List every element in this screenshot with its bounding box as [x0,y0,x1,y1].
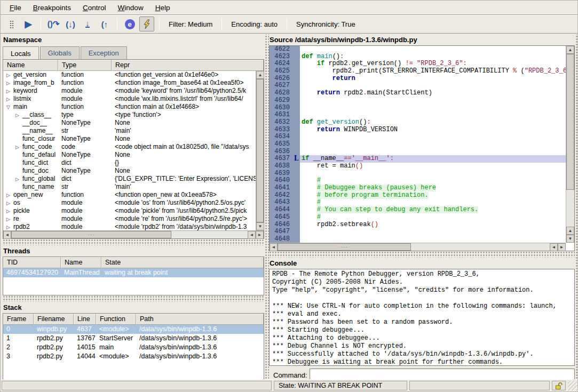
column-header-type[interactable]: Type [58,60,112,71]
scrollbar-thumb[interactable] [566,54,574,190]
column-header-filename[interactable]: Filename [34,314,74,325]
code-line[interactable]: 4636 [270,148,566,156]
expand-icon[interactable]: ▷ [15,143,22,151]
synchronicity-control[interactable]: Synchronicity: True [291,20,361,28]
scroll-right-icon[interactable]: ► [256,231,264,239]
source-view[interactable]: 46224623def main():4624 if rpdb2.get_ver… [269,45,575,251]
menu-item-file[interactable]: File [4,2,27,14]
code-line[interactable]: 4635 [270,141,566,148]
step-return-button[interactable]: ↓ [80,17,95,31]
scroll-left-icon[interactable]: ◄ [270,243,278,251]
scroll-left-icon[interactable]: ◄ [3,231,11,239]
table-row[interactable]: ▷image_from_bfunction<function image_fro… [3,79,256,87]
code-line[interactable]: 4630 [270,105,566,112]
filter-control[interactable]: Filter: Medium [163,20,218,28]
code-line[interactable]: 4646 rpdb2.setbreak() [270,221,566,229]
table-row[interactable]: ▷picklemodule<module 'pickle' from '/usr… [3,207,256,215]
code-line[interactable]: 4640 # [270,177,566,185]
tab-exception[interactable]: Exception [81,46,127,59]
scrollbar-track[interactable] [171,231,248,238]
namespace-horizontal-scrollbar[interactable]: ◄ ··· ◄ ► [3,230,264,238]
scroll-left-icon[interactable]: ◄ [248,231,256,239]
table-row[interactable]: func_dictdict{} [3,159,256,167]
scrollbar-track[interactable] [411,243,550,251]
code-line[interactable]: 4628 return rpdb2.main(StartClient) [270,90,566,97]
scroll-down-icon[interactable]: ▼ [566,235,574,243]
splitter-sash[interactable] [269,251,575,258]
scroll-right-icon[interactable]: ► [558,243,566,251]
vertical-splitter-sash[interactable] [264,34,269,379]
table-row[interactable]: 1rpdb2.py13767StartServer/data/sys/bin/w… [3,334,264,343]
table-row[interactable]: ▷keywordmodule<module 'keyword' from '/u… [3,87,256,95]
table-row[interactable]: __doc__NoneTypeNone [3,119,256,127]
expand-icon[interactable]: ▷ [6,207,13,215]
scrollbar-thumb[interactable]: ··· [11,231,171,238]
code-line[interactable]: 4625 rpdb2._print(STR_ERROR_INTERFACE_CO… [270,68,566,75]
scrollbar-thumb[interactable]: ··· [278,243,411,251]
table-row[interactable]: func_closurNoneTypeNone [3,135,256,143]
encoding-control[interactable]: Encoding: auto [226,20,283,28]
code-line[interactable]: 4645 # [270,214,566,221]
expand-icon[interactable]: ▷ [6,223,13,231]
code-line[interactable]: 4638 ret = main() [270,163,566,170]
column-header-state[interactable]: State [101,257,264,268]
break-button[interactable]: ⣿ [4,17,19,31]
scroll-down-icon[interactable]: ▼ [256,222,264,230]
code-line[interactable]: 4631 [270,111,566,119]
expand-icon[interactable]: ▷ [6,87,13,95]
column-header-function[interactable]: Function [96,314,136,325]
scroll-up-icon[interactable]: ▲ [256,71,264,79]
code-line[interactable]: 4626 return [270,75,566,83]
table-row[interactable]: ▷__class__type<type 'function'> [3,111,256,119]
code-line[interactable]: 4637Lif __name__=='__main__': [270,155,566,163]
code-line[interactable]: 4639 [270,170,566,178]
namespace-vertical-scrollbar[interactable]: ▲ ▼ [256,71,264,230]
source-vertical-scrollbar[interactable]: ▲ ▲ ▼ [566,46,574,243]
scroll-up-icon[interactable]: ▲ [566,46,574,54]
table-row[interactable]: __name__str'main' [3,127,256,135]
column-header-frame[interactable]: Frame [3,314,34,325]
tab-locals[interactable]: Locals [3,46,39,60]
scrollbar-thumb[interactable] [256,79,264,222]
code-line[interactable]: 4629 [270,97,566,105]
expand-icon[interactable]: ▷ [6,191,13,199]
expand-icon[interactable]: ▷ [15,175,22,183]
expand-icon[interactable]: ▷ [15,111,22,119]
code-line[interactable]: 4633 return WINPDB_VERSION [270,126,566,134]
column-header-path[interactable]: Path [136,314,264,325]
vertical-splitter-sash[interactable] [575,34,578,379]
synchronicity-toggle[interactable] [139,17,154,31]
column-header-tid[interactable]: TID [3,257,61,268]
code-line[interactable]: 4642 # before program termination. [270,192,566,199]
code-line[interactable]: 4624 if rpdb2.get_version() != "RPDB_2_3… [270,60,566,68]
encoding-button[interactable]: e [122,17,137,31]
table-row[interactable]: ▷rpdb2module<module 'rpdb2' from '/data/… [3,223,256,231]
splitter-sash[interactable] [3,295,264,302]
table-row[interactable]: func_defaulNoneTypeNone [3,151,256,159]
table-row[interactable]: func_docNoneTypeNone [3,167,256,175]
expand-icon[interactable]: ▽ [6,103,13,111]
column-header-line[interactable]: Line [74,314,96,325]
splitter-sash[interactable] [3,239,264,245]
code-line[interactable]: 4623def main(): [270,53,566,61]
table-row[interactable]: 3rpdb2.py14044<module>/data/sys/bin/winp… [3,352,264,361]
column-header-repr[interactable]: Repr [112,60,264,71]
column-header-name[interactable]: Name [3,60,58,71]
expand-icon[interactable]: ▷ [6,79,13,87]
column-header-name[interactable]: Name [61,257,101,268]
code-line[interactable]: 4634 [270,133,566,141]
console-output[interactable]: RPDB - The Remote Python Debugger, versi… [269,269,575,366]
table-row[interactable]: 2rpdb2.py14015main/data/sys/bin/winpdb-1… [3,343,264,352]
scrollbar-track[interactable] [566,190,574,227]
scroll-left-icon[interactable]: ◄ [550,243,558,251]
expand-icon[interactable]: ▷ [6,199,13,207]
table-row[interactable]: ▷osmodule<module 'os' from '/usr/lib64/p… [3,199,256,207]
table-row[interactable]: ▷func_globaldict{'DLG_EXPR_TITLE': 'Ente… [3,175,256,183]
source-horizontal-scrollbar[interactable]: ◄ ··· ◄ ► [270,243,566,251]
code-line[interactable]: 4632def get_version(): [270,119,566,126]
table-row[interactable]: ▷get_versionfunction<function get_versio… [3,71,256,79]
resize-grip[interactable] [568,381,577,390]
table-row[interactable]: 46974534127920MainThreadwaiting at break… [3,268,264,277]
tab-globals[interactable]: Globals [40,46,80,59]
table-row[interactable]: ▷func_codecode<code object main at 0x180… [3,143,256,151]
